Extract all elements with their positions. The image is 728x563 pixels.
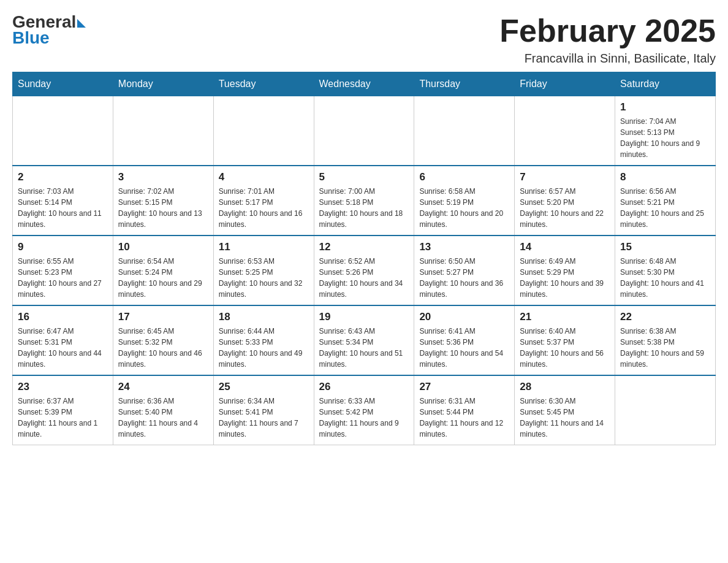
weekday-header-sunday: Sunday (13, 72, 113, 96)
calendar-cell: 13Sunrise: 6:50 AM Sunset: 5:27 PM Dayli… (414, 236, 515, 305)
calendar-cell: 17Sunrise: 6:45 AM Sunset: 5:32 PM Dayli… (113, 305, 213, 375)
day-info: Sunrise: 7:03 AM Sunset: 5:14 PM Dayligh… (18, 186, 108, 230)
calendar-cell (615, 375, 716, 445)
calendar-cell: 23Sunrise: 6:37 AM Sunset: 5:39 PM Dayli… (13, 375, 113, 445)
day-number: 8 (620, 171, 710, 183)
calendar-cell: 12Sunrise: 6:52 AM Sunset: 5:26 PM Dayli… (314, 236, 414, 305)
day-info: Sunrise: 6:34 AM Sunset: 5:41 PM Dayligh… (219, 396, 309, 440)
day-info: Sunrise: 6:36 AM Sunset: 5:40 PM Dayligh… (118, 396, 208, 440)
day-number: 6 (419, 171, 509, 183)
weekday-header-friday: Friday (515, 72, 615, 96)
calendar-cell: 8Sunrise: 6:56 AM Sunset: 5:21 PM Daylig… (615, 166, 716, 236)
day-info: Sunrise: 7:04 AM Sunset: 5:13 PM Dayligh… (620, 116, 710, 160)
day-info: Sunrise: 6:47 AM Sunset: 5:31 PM Dayligh… (18, 326, 108, 370)
title-block: February 2025 Francavilla in Sinni, Basi… (499, 12, 716, 66)
day-number: 14 (520, 241, 610, 253)
page-header: General Blue February 2025 Francavilla i… (12, 12, 716, 66)
day-number: 19 (319, 311, 409, 323)
week-row-1: 1Sunrise: 7:04 AM Sunset: 5:13 PM Daylig… (13, 96, 716, 166)
week-row-5: 23Sunrise: 6:37 AM Sunset: 5:39 PM Dayli… (13, 375, 716, 445)
day-number: 13 (419, 241, 509, 253)
day-info: Sunrise: 6:40 AM Sunset: 5:37 PM Dayligh… (520, 326, 610, 370)
logo-arrow-icon (77, 19, 86, 28)
calendar-cell: 6Sunrise: 6:58 AM Sunset: 5:19 PM Daylig… (414, 166, 515, 236)
day-info: Sunrise: 6:55 AM Sunset: 5:23 PM Dayligh… (18, 256, 108, 300)
day-info: Sunrise: 6:37 AM Sunset: 5:39 PM Dayligh… (18, 396, 108, 440)
weekday-header-row: SundayMondayTuesdayWednesdayThursdayFrid… (13, 72, 716, 96)
weekday-header-monday: Monday (113, 72, 213, 96)
day-number: 5 (319, 171, 409, 183)
day-info: Sunrise: 7:01 AM Sunset: 5:17 PM Dayligh… (219, 186, 309, 230)
day-info: Sunrise: 6:44 AM Sunset: 5:33 PM Dayligh… (219, 326, 309, 370)
day-number: 7 (520, 171, 610, 183)
day-info: Sunrise: 6:49 AM Sunset: 5:29 PM Dayligh… (520, 256, 610, 300)
calendar-cell (113, 96, 213, 166)
day-info: Sunrise: 6:31 AM Sunset: 5:44 PM Dayligh… (419, 396, 509, 440)
week-row-3: 9Sunrise: 6:55 AM Sunset: 5:23 PM Daylig… (13, 236, 716, 305)
day-number: 26 (319, 381, 409, 393)
weekday-header-saturday: Saturday (615, 72, 716, 96)
day-number: 27 (419, 381, 509, 393)
calendar-cell (314, 96, 414, 166)
calendar-cell: 4Sunrise: 7:01 AM Sunset: 5:17 PM Daylig… (213, 166, 314, 236)
day-number: 10 (118, 241, 208, 253)
calendar-cell (414, 96, 515, 166)
day-info: Sunrise: 6:48 AM Sunset: 5:30 PM Dayligh… (620, 256, 710, 300)
weekday-header-tuesday: Tuesday (213, 72, 314, 96)
day-info: Sunrise: 6:57 AM Sunset: 5:20 PM Dayligh… (520, 186, 610, 230)
day-number: 12 (319, 241, 409, 253)
day-info: Sunrise: 6:56 AM Sunset: 5:21 PM Dayligh… (620, 186, 710, 230)
calendar-cell: 1Sunrise: 7:04 AM Sunset: 5:13 PM Daylig… (615, 96, 716, 166)
calendar-cell: 24Sunrise: 6:36 AM Sunset: 5:40 PM Dayli… (113, 375, 213, 445)
day-info: Sunrise: 6:53 AM Sunset: 5:25 PM Dayligh… (219, 256, 309, 300)
day-number: 16 (18, 311, 108, 323)
logo-blue-text: Blue (12, 28, 50, 48)
day-info: Sunrise: 6:45 AM Sunset: 5:32 PM Dayligh… (118, 326, 208, 370)
calendar-table: SundayMondayTuesdayWednesdayThursdayFrid… (12, 72, 716, 445)
day-info: Sunrise: 6:52 AM Sunset: 5:26 PM Dayligh… (319, 256, 409, 300)
day-info: Sunrise: 6:43 AM Sunset: 5:34 PM Dayligh… (319, 326, 409, 370)
calendar-cell: 14Sunrise: 6:49 AM Sunset: 5:29 PM Dayli… (515, 236, 615, 305)
day-number: 3 (118, 171, 208, 183)
day-number: 4 (219, 171, 309, 183)
week-row-4: 16Sunrise: 6:47 AM Sunset: 5:31 PM Dayli… (13, 305, 716, 375)
day-info: Sunrise: 6:33 AM Sunset: 5:42 PM Dayligh… (319, 396, 409, 440)
day-number: 1 (620, 101, 710, 113)
day-number: 9 (18, 241, 108, 253)
day-info: Sunrise: 6:38 AM Sunset: 5:38 PM Dayligh… (620, 326, 710, 370)
day-number: 22 (620, 311, 710, 323)
calendar-cell: 20Sunrise: 6:41 AM Sunset: 5:36 PM Dayli… (414, 305, 515, 375)
calendar-cell: 22Sunrise: 6:38 AM Sunset: 5:38 PM Dayli… (615, 305, 716, 375)
day-info: Sunrise: 7:00 AM Sunset: 5:18 PM Dayligh… (319, 186, 409, 230)
calendar-cell: 10Sunrise: 6:54 AM Sunset: 5:24 PM Dayli… (113, 236, 213, 305)
day-info: Sunrise: 6:54 AM Sunset: 5:24 PM Dayligh… (118, 256, 208, 300)
location-subtitle: Francavilla in Sinni, Basilicate, Italy (499, 52, 716, 66)
weekday-header-thursday: Thursday (414, 72, 515, 96)
day-number: 15 (620, 241, 710, 253)
day-info: Sunrise: 6:58 AM Sunset: 5:19 PM Dayligh… (419, 186, 509, 230)
calendar-cell: 5Sunrise: 7:00 AM Sunset: 5:18 PM Daylig… (314, 166, 414, 236)
day-number: 23 (18, 381, 108, 393)
calendar-cell: 2Sunrise: 7:03 AM Sunset: 5:14 PM Daylig… (13, 166, 113, 236)
weekday-header-wednesday: Wednesday (314, 72, 414, 96)
month-title: February 2025 (499, 12, 716, 49)
calendar-cell: 27Sunrise: 6:31 AM Sunset: 5:44 PM Dayli… (414, 375, 515, 445)
day-number: 24 (118, 381, 208, 393)
calendar-cell: 7Sunrise: 6:57 AM Sunset: 5:20 PM Daylig… (515, 166, 615, 236)
calendar-cell: 11Sunrise: 6:53 AM Sunset: 5:25 PM Dayli… (213, 236, 314, 305)
day-info: Sunrise: 6:30 AM Sunset: 5:45 PM Dayligh… (520, 396, 610, 440)
day-number: 21 (520, 311, 610, 323)
day-number: 17 (118, 311, 208, 323)
day-number: 2 (18, 171, 108, 183)
logo: General Blue (12, 12, 86, 48)
calendar-cell (13, 96, 113, 166)
calendar-cell: 9Sunrise: 6:55 AM Sunset: 5:23 PM Daylig… (13, 236, 113, 305)
day-info: Sunrise: 6:41 AM Sunset: 5:36 PM Dayligh… (419, 326, 509, 370)
week-row-2: 2Sunrise: 7:03 AM Sunset: 5:14 PM Daylig… (13, 166, 716, 236)
day-number: 11 (219, 241, 309, 253)
calendar-cell: 26Sunrise: 6:33 AM Sunset: 5:42 PM Dayli… (314, 375, 414, 445)
calendar-cell: 3Sunrise: 7:02 AM Sunset: 5:15 PM Daylig… (113, 166, 213, 236)
calendar-cell: 16Sunrise: 6:47 AM Sunset: 5:31 PM Dayli… (13, 305, 113, 375)
calendar-cell: 21Sunrise: 6:40 AM Sunset: 5:37 PM Dayli… (515, 305, 615, 375)
calendar-cell (213, 96, 314, 166)
